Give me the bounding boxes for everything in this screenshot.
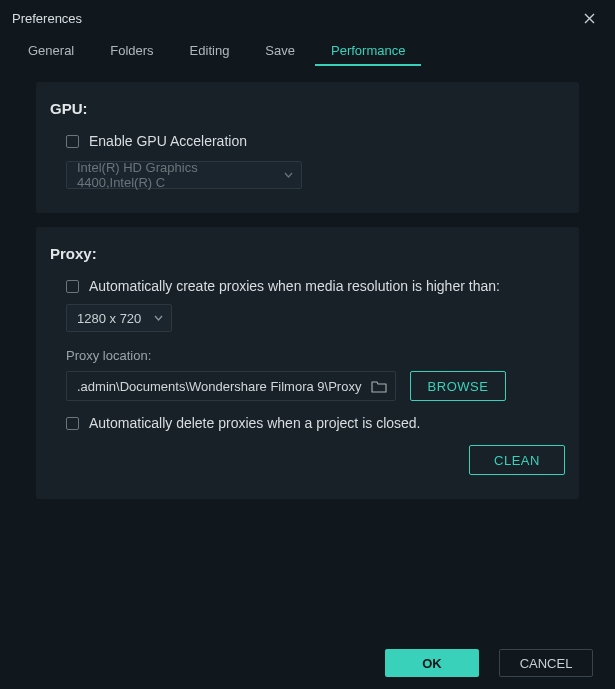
clean-row: CLEAN (50, 445, 565, 475)
proxy-location-path: .admin\Documents\Wondershare Filmora 9\P… (77, 379, 363, 394)
tab-folders[interactable]: Folders (94, 36, 169, 66)
tab-editing[interactable]: Editing (174, 36, 246, 66)
gpu-heading: GPU: (50, 100, 565, 117)
window-title: Preferences (12, 11, 82, 26)
gpu-enable-label[interactable]: Enable GPU Acceleration (89, 133, 247, 149)
tabs: General Folders Editing Save Performance (0, 36, 615, 66)
close-button[interactable] (575, 4, 603, 32)
proxy-resolution-selected: 1280 x 720 (77, 311, 141, 326)
tab-save[interactable]: Save (249, 36, 311, 66)
content: GPU: Enable GPU Acceleration Intel(R) HD… (0, 66, 615, 499)
ok-button[interactable]: OK (385, 649, 479, 677)
chevron-down-icon (154, 315, 163, 321)
close-icon (584, 13, 595, 24)
proxy-location-label: Proxy location: (66, 348, 565, 363)
gpu-enable-checkbox[interactable] (66, 135, 79, 148)
gpu-device-selected: Intel(R) HD Graphics 4400,Intel(R) C (77, 160, 274, 190)
chevron-down-icon (284, 172, 293, 178)
gpu-device-select[interactable]: Intel(R) HD Graphics 4400,Intel(R) C (66, 161, 302, 189)
gpu-enable-row: Enable GPU Acceleration (50, 133, 565, 149)
proxy-auto-create-row: Automatically create proxies when media … (50, 278, 565, 294)
proxy-auto-delete-row: Automatically delete proxies when a proj… (50, 415, 565, 431)
proxy-resolution-select[interactable]: 1280 x 720 (66, 304, 172, 332)
gpu-panel: GPU: Enable GPU Acceleration Intel(R) HD… (36, 82, 579, 213)
folder-icon (371, 380, 387, 393)
proxy-location-input[interactable]: .admin\Documents\Wondershare Filmora 9\P… (66, 371, 396, 401)
clean-button[interactable]: CLEAN (469, 445, 565, 475)
tab-performance[interactable]: Performance (315, 36, 421, 66)
proxy-auto-create-label[interactable]: Automatically create proxies when media … (89, 278, 500, 294)
browse-button[interactable]: BROWSE (410, 371, 506, 401)
proxy-location-row: .admin\Documents\Wondershare Filmora 9\P… (66, 371, 565, 401)
proxy-auto-delete-label[interactable]: Automatically delete proxies when a proj… (89, 415, 421, 431)
cancel-button[interactable]: CANCEL (499, 649, 593, 677)
proxy-heading: Proxy: (50, 245, 565, 262)
footer: OK CANCEL (385, 649, 593, 677)
tab-general[interactable]: General (12, 36, 90, 66)
titlebar: Preferences (0, 0, 615, 36)
proxy-auto-create-checkbox[interactable] (66, 280, 79, 293)
proxy-auto-delete-checkbox[interactable] (66, 417, 79, 430)
proxy-panel: Proxy: Automatically create proxies when… (36, 227, 579, 499)
